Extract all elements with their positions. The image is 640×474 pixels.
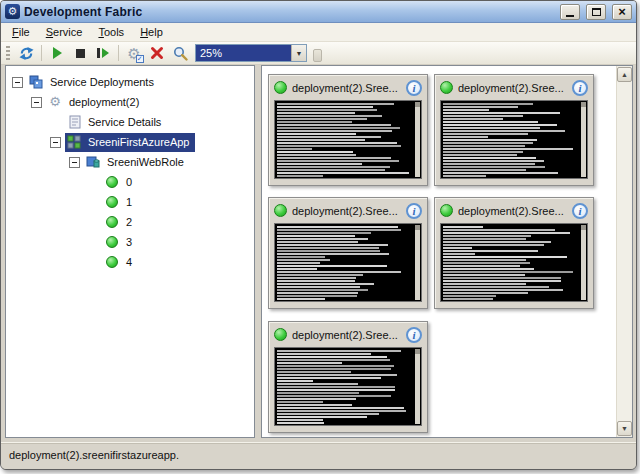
stop-icon: [76, 49, 85, 58]
menu-help[interactable]: Help: [132, 24, 171, 40]
refresh-icon: [19, 46, 34, 61]
zoom-level-value[interactable]: 25%: [196, 45, 291, 61]
instance-consoles-panel: deployment(2).Sree... i deployment(2).Sr…: [261, 65, 633, 438]
console-output: [443, 103, 578, 177]
close-button[interactable]: ×: [612, 4, 632, 20]
remove-button[interactable]: [147, 44, 167, 63]
console-tile-title: deployment(2).Sree...: [292, 82, 401, 94]
console-thumbnail[interactable]: [274, 347, 422, 426]
console-tile-title: deployment(2).Sree...: [458, 205, 567, 217]
console-thumbnail[interactable]: [274, 100, 422, 179]
console-tile-3[interactable]: deployment(2).Sree... i: [434, 197, 594, 309]
scroll-up-icon[interactable]: ▲: [617, 67, 632, 82]
console-tile-title: deployment(2).Sree...: [292, 205, 401, 217]
console-tile-4[interactable]: deployment(2).Sree... i: [268, 321, 428, 433]
scroll-down-icon[interactable]: ▼: [617, 421, 632, 436]
collapse-toggle-icon[interactable]: [12, 77, 23, 88]
refresh-button[interactable]: [16, 44, 36, 63]
minimize-button[interactable]: [560, 4, 580, 20]
service-tree-panel: Service Deployments ⚙ deployment(2): [5, 65, 255, 438]
settings-button[interactable]: ⚙✓: [124, 44, 144, 63]
tree-item-sreenifirstazureapp[interactable]: SreeniFirstAzureApp: [6, 132, 254, 152]
service-details-icon: [66, 115, 82, 130]
title-bar[interactable]: ⚙ Development Fabric ×: [1, 1, 636, 23]
toolbar-separator: [118, 45, 119, 61]
step-icon: [97, 48, 109, 58]
running-status-icon: [274, 328, 287, 341]
info-icon[interactable]: i: [572, 203, 588, 219]
tree-item-service-details[interactable]: Service Details: [6, 112, 254, 132]
menu-service[interactable]: Service: [38, 24, 91, 40]
red-x-icon: [150, 46, 164, 60]
collapse-toggle-icon[interactable]: [50, 137, 61, 148]
gear-check-icon: ⚙✓: [127, 46, 140, 61]
console-tile-title: deployment(2).Sree...: [292, 329, 401, 341]
collapse-toggle-icon[interactable]: [31, 97, 42, 108]
toolbar: ⚙✓ 25% ▼: [1, 42, 636, 65]
info-icon[interactable]: i: [572, 80, 588, 96]
azure-app-icon: [66, 135, 82, 150]
console-output: [443, 226, 578, 300]
running-status-icon: [440, 81, 453, 94]
tree-item-instance-0[interactable]: 0: [6, 172, 254, 192]
console-output: [277, 103, 412, 177]
magnifier-icon: [173, 46, 188, 61]
console-tile-1[interactable]: deployment(2).Sree... i: [434, 74, 594, 186]
deployment-gear-icon: ⚙: [47, 95, 63, 110]
console-scrollbar: [581, 225, 586, 300]
service-deployments-icon: [28, 75, 44, 90]
console-scrollbar: [415, 225, 420, 300]
console-thumbnail[interactable]: [440, 100, 588, 179]
tree-item-service-deployments[interactable]: Service Deployments: [6, 72, 254, 92]
instance-status-icon: [104, 235, 120, 250]
combo-dropdown-button[interactable]: ▼: [291, 45, 306, 61]
web-role-icon: [85, 155, 101, 170]
menu-file[interactable]: File: [4, 24, 38, 40]
instance-status-icon: [104, 175, 120, 190]
console-thumbnail[interactable]: [274, 223, 422, 302]
console-tile-0[interactable]: deployment(2).Sree... i: [268, 74, 428, 186]
console-scrollbar: [415, 102, 420, 177]
instance-status-icon: [104, 215, 120, 230]
stop-button[interactable]: [70, 44, 90, 63]
console-output: [277, 226, 412, 300]
console-scrollbar: [581, 102, 586, 177]
gear-icon: ⚙: [5, 4, 20, 19]
info-icon[interactable]: i: [406, 203, 422, 219]
tree-item-instance-4[interactable]: 4: [6, 252, 254, 272]
panel-scrollbar[interactable]: ▲ ▼: [616, 66, 632, 437]
service-tree: Service Deployments ⚙ deployment(2): [6, 66, 254, 272]
tree-item-instance-1[interactable]: 1: [6, 192, 254, 212]
running-status-icon: [274, 81, 287, 94]
toolbar-separator: [41, 45, 42, 61]
status-bar: deployment(2).sreenifirstazureapp.: [1, 442, 636, 469]
tree-item-deployment-2[interactable]: ⚙ deployment(2): [6, 92, 254, 112]
maximize-button[interactable]: [586, 4, 606, 20]
console-tile-title: deployment(2).Sree...: [458, 82, 567, 94]
running-status-icon: [440, 204, 453, 217]
start-button[interactable]: [47, 44, 67, 63]
console-tile-2[interactable]: deployment(2).Sree... i: [268, 197, 428, 309]
play-icon: [53, 47, 62, 59]
tree-item-instance-3[interactable]: 3: [6, 232, 254, 252]
console-thumbnail[interactable]: [440, 223, 588, 302]
instance-status-icon: [104, 195, 120, 210]
close-icon: ×: [618, 7, 626, 17]
tree-item-sreeniwebrole[interactable]: SreeniWebRole: [6, 152, 254, 172]
info-icon[interactable]: i: [406, 327, 422, 343]
instance-status-icon: [104, 255, 120, 270]
running-status-icon: [274, 204, 287, 217]
zoom-button[interactable]: [170, 44, 190, 63]
info-icon[interactable]: i: [406, 80, 422, 96]
menu-tools[interactable]: Tools: [90, 24, 132, 40]
zoom-level-combobox[interactable]: 25% ▼: [195, 44, 307, 62]
tree-item-instance-2[interactable]: 2: [6, 212, 254, 232]
development-fabric-window: ⚙ Development Fabric × File Service Tool…: [0, 0, 637, 470]
menu-bar: File Service Tools Help: [1, 23, 636, 42]
toolbar-grip: [6, 46, 10, 61]
console-scrollbar: [415, 349, 420, 424]
console-output: [277, 350, 412, 424]
step-button[interactable]: [93, 44, 113, 63]
window-title: Development Fabric: [24, 5, 554, 19]
collapse-toggle-icon[interactable]: [69, 157, 80, 168]
